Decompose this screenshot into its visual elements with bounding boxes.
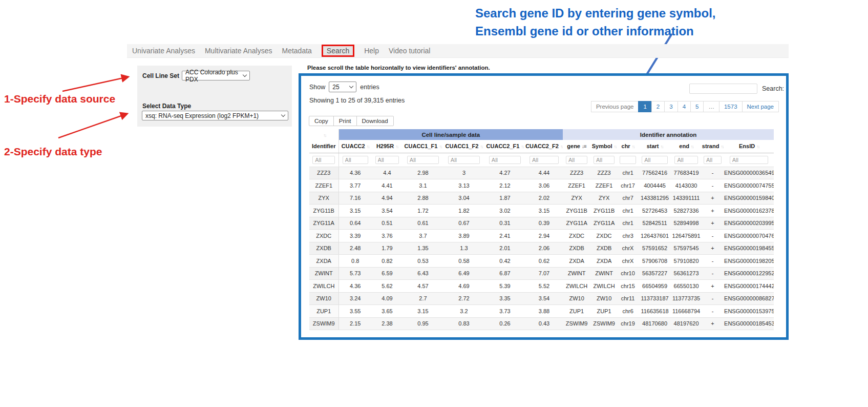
column-filter-cuacc2-f1[interactable] xyxy=(489,156,521,164)
column-header-identifier[interactable]: Identifier xyxy=(309,140,338,153)
column-header-cuacc2-f2[interactable]: CUACC2_F2↑↓ xyxy=(525,140,563,153)
column-header-cuacc2[interactable]: CUACC2↑↓ xyxy=(338,140,372,153)
page-button-4[interactable]: 4 xyxy=(678,101,691,112)
page-button-3[interactable]: 3 xyxy=(664,101,678,112)
column-filter-h295r[interactable] xyxy=(375,156,399,164)
column-filter-cuacc1-f1[interactable] xyxy=(407,156,439,164)
page-length-value: 25 xyxy=(332,84,339,91)
cell-end: 48197620 xyxy=(671,317,701,330)
cell-ensid: ENSG00000198205.6 xyxy=(724,255,774,268)
copy-button[interactable]: Copy xyxy=(309,116,334,126)
cell-start: 52842511 xyxy=(638,217,671,230)
column-filter-start[interactable] xyxy=(642,156,668,164)
cell-cuacc1-f1: 3.15 xyxy=(403,305,443,318)
cell-start: 52726453 xyxy=(638,205,671,217)
column-filter-cuacc2[interactable] xyxy=(343,156,368,164)
previous-page-button[interactable]: Previous page xyxy=(591,101,639,112)
nav-item-univariate-analyses[interactable]: Univariate Analyses xyxy=(132,47,195,55)
cell-cuacc1-f1: 1.72 xyxy=(403,205,443,217)
cell-line-set-value: ACC Colorado plus PDX xyxy=(185,69,243,83)
cell-cuacc1-f1: 3.7 xyxy=(403,230,443,242)
cell-strand: - xyxy=(701,230,724,242)
sort-desc-icon: ↓≡ xyxy=(582,144,586,149)
nav-item-help[interactable]: Help xyxy=(364,47,379,55)
cell-chr: chr1 xyxy=(618,217,638,230)
column-filter-end[interactable] xyxy=(674,156,697,164)
cell-cuacc1-f2: 3 xyxy=(443,167,484,179)
cell-cuacc2: 3.15 xyxy=(338,205,372,217)
cell-cuacc2-f2: 5.52 xyxy=(525,280,563,293)
column-filter-cuacc2-f2[interactable] xyxy=(530,156,559,164)
cell-h295r: 3.76 xyxy=(372,230,403,242)
column-label: CUACC2_F1 xyxy=(486,143,520,149)
column-header-cuacc2-f1[interactable]: CUACC2_F1↑↓ xyxy=(484,140,525,153)
cell-strand: - xyxy=(701,292,724,305)
nav-item-multivariate-analyses[interactable]: Multivariate Analyses xyxy=(205,47,272,55)
cell-symbol: ZZEF1 xyxy=(590,179,618,192)
cell-cuacc2-f2: 3.54 xyxy=(525,292,563,305)
print-button[interactable]: Print xyxy=(333,116,357,126)
page-button-5[interactable]: 5 xyxy=(690,101,704,112)
cell-end: 143391111 xyxy=(671,192,701,205)
cell-start: 77562416 xyxy=(638,167,671,179)
sort-icon: ↑↓ xyxy=(395,144,398,149)
nav-item-video-tutorial[interactable]: Video tutorial xyxy=(389,47,430,55)
column-header-ensid[interactable]: EnsID↑↓ xyxy=(724,140,774,153)
column-filter-identifier[interactable] xyxy=(312,156,335,164)
cell-cuacc2-f1: 4.27 xyxy=(484,167,525,179)
nav-item-search[interactable]: Search xyxy=(322,45,354,57)
cell-cuacc2-f1: 0.31 xyxy=(484,217,525,230)
cell-chr: chr15 xyxy=(618,280,638,293)
cell-cuacc1-f1: 4.57 xyxy=(403,280,443,293)
search-input[interactable] xyxy=(689,84,757,94)
column-header-symbol[interactable]: Symbol↑↓ xyxy=(590,140,618,153)
column-label: gene xyxy=(567,143,580,149)
page-button-[interactable]: … xyxy=(703,101,719,112)
filter-cell xyxy=(338,153,372,167)
column-header-chr[interactable]: chr↑↓ xyxy=(618,140,638,153)
column-filter-gene[interactable] xyxy=(566,156,587,164)
column-label: chr xyxy=(622,143,630,149)
column-filter-cuacc1-f2[interactable] xyxy=(448,156,480,164)
data-type-select[interactable]: xsq: RNA-seq Expression (log2 FPKM+1) xyxy=(142,111,288,120)
column-header-gene[interactable]: gene↓≡ xyxy=(563,140,590,153)
cell-cuacc1-f2: 1.82 xyxy=(443,205,484,217)
column-header-end[interactable]: end↑↓ xyxy=(671,140,701,153)
column-header-strand[interactable]: strand↑↓ xyxy=(701,140,724,153)
column-filter-chr[interactable] xyxy=(620,156,636,164)
cell-symbol: ZUP1 xyxy=(590,305,618,318)
cell-symbol: ZSWIM9 xyxy=(590,317,618,330)
nav-item-metadata[interactable]: Metadata xyxy=(282,47,311,55)
cell-end: 126475891 xyxy=(671,230,701,242)
cell-start: 126437601 xyxy=(638,230,671,242)
column-label: CUACC2_F2 xyxy=(525,143,559,149)
next-page-button[interactable]: Next page xyxy=(742,101,779,112)
column-filter-strand[interactable] xyxy=(704,156,722,164)
cell-line-set-select[interactable]: ACC Colorado plus PDX xyxy=(182,71,250,80)
column-filter-ensid[interactable] xyxy=(730,156,769,164)
column-filter-symbol[interactable] xyxy=(594,156,615,164)
cell-start: 143381295 xyxy=(638,192,671,205)
page-button-1[interactable]: 1 xyxy=(638,101,651,112)
cell-cuacc1-f2: 6.49 xyxy=(443,267,484,280)
cell-gene: ZZEF1 xyxy=(563,179,590,192)
group-header-identifier-annotation: Identifier annotation xyxy=(563,129,774,140)
page-button-1573[interactable]: 1573 xyxy=(719,101,743,112)
cell-cuacc1-f2: 4.69 xyxy=(443,280,484,293)
column-header-h295r[interactable]: H295R↑↓ xyxy=(372,140,403,153)
table-row-zzef1: ZZEF13.774.413.13.132.123.06ZZEF1ZZEF1ch… xyxy=(309,179,774,192)
cell-cuacc2-f1: 2.41 xyxy=(484,230,525,242)
filter-cell xyxy=(309,153,338,167)
cell-chr: chrX xyxy=(618,255,638,268)
group-header-spacer: ↑↓ xyxy=(309,129,338,140)
cell-h295r: 4.94 xyxy=(372,192,403,205)
download-button[interactable]: Download xyxy=(356,116,394,126)
cell-h295r: 1.79 xyxy=(372,242,403,255)
page-button-2[interactable]: 2 xyxy=(651,101,665,112)
column-header-cuacc1-f1[interactable]: CUACC1_F1↑↓ xyxy=(403,140,443,153)
column-label: H295R xyxy=(376,143,394,149)
column-header-start[interactable]: start↑↓ xyxy=(638,140,671,153)
page-length-select[interactable]: 25 xyxy=(329,82,356,92)
column-header-cuacc1-f2[interactable]: CUACC1_F2↑↓ xyxy=(443,140,484,153)
cell-cuacc2-f1: 0.26 xyxy=(484,317,525,330)
